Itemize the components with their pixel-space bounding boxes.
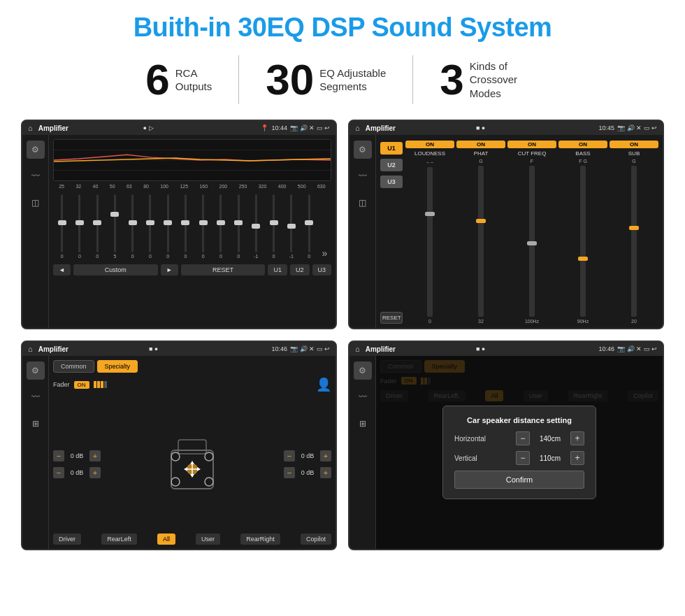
crossover-layout: U1 U2 U3 RESET ON LOUDNESS bbox=[380, 139, 658, 324]
eq-slider-13[interactable]: 0 bbox=[269, 194, 279, 259]
driver-button[interactable]: Driver bbox=[53, 533, 81, 545]
eq-nav-icon-4[interactable]: ⚙ bbox=[354, 361, 372, 380]
wave-nav-icon-4[interactable]: 〰 bbox=[354, 388, 372, 406]
u1-preset[interactable]: U1 bbox=[380, 142, 403, 155]
eq-slider-11[interactable]: 0 bbox=[233, 194, 243, 259]
eq-slider-12[interactable]: -1 bbox=[251, 194, 261, 259]
horizontal-plus[interactable]: + bbox=[570, 431, 584, 445]
eq-nav-icon-3[interactable]: ⚙ bbox=[27, 361, 45, 380]
eq-slider-3[interactable]: 0 bbox=[92, 194, 102, 259]
status-bar-dialog: ⌂ Amplifier ■ ● 10:46 📷 🔊 ✕ ▭ ↩ bbox=[349, 342, 663, 356]
custom-button[interactable]: Custom bbox=[73, 264, 158, 275]
eq-slider-5[interactable]: 0 bbox=[128, 194, 138, 259]
eq-slider-6[interactable]: 0 bbox=[145, 194, 155, 259]
stat-label-eq: EQ AdjustableSegments bbox=[319, 66, 386, 94]
eq-sliders: 0 0 0 5 0 0 0 0 0 0 0 -1 0 -1 0 bbox=[53, 192, 331, 262]
speaker-nav-icon-2[interactable]: ◫ bbox=[354, 194, 372, 212]
home-icon-3: ⌂ bbox=[28, 345, 33, 353]
eq-slider-1[interactable]: 0 bbox=[57, 194, 67, 259]
vol-minus-fr[interactable]: − bbox=[284, 450, 295, 461]
u3-preset[interactable]: U3 bbox=[380, 176, 403, 188]
phat-on-btn[interactable]: ON bbox=[456, 141, 505, 148]
bass-slider[interactable] bbox=[580, 166, 586, 317]
u3-button[interactable]: U3 bbox=[312, 264, 332, 275]
user-button[interactable]: User bbox=[196, 533, 220, 545]
phat-label: PHAT bbox=[474, 150, 489, 157]
reset-button[interactable]: RESET bbox=[181, 264, 266, 275]
status-bar-crossover: ⌂ Amplifier ■ ● 10:45 📷 🔊 ✕ ▭ ↩ bbox=[349, 121, 663, 135]
loudness-label: LOUDNESS bbox=[414, 150, 445, 157]
person-icon[interactable]: 👤 bbox=[316, 377, 331, 392]
eq-nav-icon[interactable]: ⚙ bbox=[27, 141, 45, 159]
loudness-slider[interactable] bbox=[427, 167, 433, 317]
fader-label: Fader bbox=[53, 381, 70, 388]
eq-slider-10[interactable]: 0 bbox=[216, 194, 226, 259]
app-title-speaker: Amplifier bbox=[38, 345, 146, 353]
eq-slider-14[interactable]: -1 bbox=[287, 194, 296, 259]
eq-slider-9[interactable]: 0 bbox=[199, 194, 208, 259]
bass-on-btn[interactable]: ON bbox=[558, 141, 607, 148]
eq-slider-2[interactable]: 0 bbox=[75, 194, 85, 259]
phat-slider[interactable] bbox=[478, 166, 484, 317]
rearright-button[interactable]: RearRight bbox=[240, 533, 280, 545]
sub-on-btn[interactable]: ON bbox=[610, 141, 658, 148]
loudness-on-btn[interactable]: ON bbox=[405, 141, 454, 148]
stat-crossover: 3 Kinds ofCrossover Modes bbox=[413, 58, 565, 101]
eq-slider-8[interactable]: 0 bbox=[180, 194, 190, 259]
vol-row-rl: − 0 dB + bbox=[53, 467, 101, 478]
page-wrapper: Buith-in 30EQ DSP Sound System 6 RCAOutp… bbox=[0, 0, 685, 616]
horizontal-minus[interactable]: − bbox=[516, 431, 530, 445]
svg-point-8 bbox=[171, 478, 180, 486]
right-vol-group: − 0 dB + − 0 dB + bbox=[284, 398, 331, 531]
vol-minus-fl[interactable]: − bbox=[53, 450, 64, 461]
rearleft-button[interactable]: RearLeft bbox=[101, 533, 137, 545]
eq-labels: 2532 4050 6380 100125 160200 250320 4005… bbox=[53, 184, 331, 189]
eq-slider-7[interactable]: 0 bbox=[163, 194, 173, 259]
u2-button[interactable]: U2 bbox=[290, 264, 310, 275]
expand-icon[interactable]: » bbox=[322, 248, 327, 259]
eq-slider-4[interactable]: 5 bbox=[110, 194, 120, 259]
wave-nav-icon-2[interactable]: 〰 bbox=[354, 167, 372, 185]
vol-plus-fl[interactable]: + bbox=[89, 450, 101, 461]
cutfreq-slider[interactable] bbox=[529, 166, 535, 317]
dialog-overlay: Car speaker distance setting Horizontal … bbox=[376, 356, 663, 549]
vol-plus-rr[interactable]: + bbox=[320, 467, 331, 478]
time-eq: 10:44 bbox=[271, 124, 287, 131]
u1-button[interactable]: U1 bbox=[268, 264, 287, 275]
wave-nav-icon[interactable]: 〰 bbox=[27, 167, 45, 185]
vol-val-fl: 0 dB bbox=[66, 452, 87, 459]
app-title-eq: Amplifier bbox=[38, 124, 140, 132]
fader-row: Fader ON 👤 bbox=[53, 377, 331, 392]
speaker-nav-icon[interactable]: ◫ bbox=[27, 194, 45, 212]
sub-slider[interactable] bbox=[631, 166, 637, 317]
eq-screen: ⌂ Amplifier ● ▷ 📍 10:44 📷 🔊 ✕ ▭ ↩ ⚙ 〰 ◫ bbox=[21, 120, 337, 329]
screen-content-crossover: ⚙ 〰 ◫ U1 U2 U3 RESET bbox=[349, 135, 663, 328]
vol-minus-rr[interactable]: − bbox=[284, 467, 295, 478]
vol-plus-rl[interactable]: + bbox=[89, 467, 101, 478]
common-tab[interactable]: Common bbox=[53, 360, 94, 373]
eq-graph bbox=[53, 139, 331, 181]
play-button[interactable]: ► bbox=[161, 264, 178, 275]
vol-row-rr: − 0 dB + bbox=[284, 467, 331, 478]
vertical-minus[interactable]: − bbox=[516, 451, 530, 465]
cutfreq-on-btn[interactable]: ON bbox=[507, 141, 556, 148]
svg-point-6 bbox=[171, 452, 180, 461]
confirm-button[interactable]: Confirm bbox=[454, 471, 584, 489]
copilot-button[interactable]: Copilot bbox=[301, 533, 331, 545]
wave-nav-icon-3[interactable]: 〰 bbox=[27, 388, 45, 406]
svg-rect-5 bbox=[178, 440, 206, 454]
prev-button[interactable]: ◄ bbox=[53, 264, 71, 275]
all-button[interactable]: All bbox=[157, 533, 175, 545]
eq-main-area: 2532 4050 6380 100125 160200 250320 4005… bbox=[49, 135, 336, 328]
volume-nav-icon[interactable]: ⊞ bbox=[27, 415, 45, 433]
reset-btn-crossover[interactable]: RESET bbox=[380, 312, 403, 324]
eq-slider-15[interactable]: 0 bbox=[304, 194, 314, 259]
eq-nav-icon-2[interactable]: ⚙ bbox=[354, 141, 372, 159]
vol-minus-rl[interactable]: − bbox=[53, 467, 64, 478]
specialty-tab[interactable]: Specialty bbox=[97, 360, 138, 373]
vol-plus-fr[interactable]: + bbox=[320, 450, 331, 461]
u2-preset[interactable]: U2 bbox=[380, 159, 403, 171]
volume-nav-icon-2[interactable]: ⊞ bbox=[354, 415, 372, 433]
vertical-plus[interactable]: + bbox=[570, 451, 584, 465]
fader-on-button[interactable]: ON bbox=[74, 381, 89, 389]
